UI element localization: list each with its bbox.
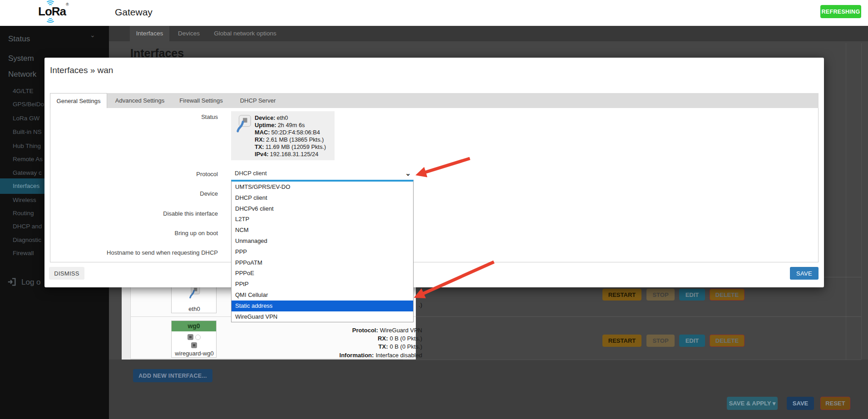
logo-registered-mark: ® (66, 2, 69, 7)
tab-devices[interactable]: Devices (173, 26, 205, 41)
sidebar-section-network[interactable]: Network (8, 70, 36, 79)
sidebar-item-diagnostics[interactable]: Diagnostic (13, 237, 41, 243)
device-field-label: Device (50, 190, 218, 197)
chevron-down-icon: ⌄ (405, 169, 411, 177)
status-line: MAC:50:2D:F4:58:06:B4 (255, 129, 320, 136)
sidebar-item-gateway-config[interactable]: Gateway c (13, 169, 42, 176)
save-button-bottom[interactable]: SAVE (787, 397, 814, 410)
dropdown-option[interactable]: Unmanaged (232, 236, 413, 246)
info-line: TX:0 B (0 Pkts.) (272, 343, 422, 351)
dropdown-option[interactable]: PPP (232, 246, 413, 257)
page-tabbar: Interfaces Devices Global network option… (109, 26, 868, 41)
dropdown-option[interactable]: DHCP client (232, 192, 413, 203)
lora-logo: LoRa® (38, 5, 74, 23)
dropdown-option[interactable]: NCM (232, 225, 413, 236)
stop-button[interactable]: STOP (646, 289, 675, 301)
tab-general-settings[interactable]: General Settings (50, 93, 107, 108)
dropdown-option-selected[interactable]: Static address (232, 301, 413, 311)
device-status-box: Device:eth0 Uptime:2h 49m 6s MAC:50:2D:F… (231, 111, 335, 160)
stop-button[interactable]: STOP (646, 335, 675, 347)
hostname-field-label: Hostname to send when requesting DHCP (50, 249, 218, 256)
delete-button[interactable]: DELETE (710, 335, 745, 347)
tab-global-network-options[interactable]: Global network options (209, 26, 281, 41)
status-line: Device:eth0 (255, 114, 288, 122)
top-header: LoRa® Gateway REFRESHING (0, 0, 868, 26)
dropdown-option[interactable]: WireGuard VPN (232, 311, 413, 322)
dropdown-option[interactable]: PPPoATM (232, 257, 413, 268)
edit-button[interactable]: EDIT (679, 335, 705, 347)
interfaces-wan-dialog: Interfaces » wan General Settings Advanc… (44, 58, 824, 287)
tab-dhcp-server[interactable]: DHCP Server (237, 93, 279, 108)
info-line: RX:0 B (0 Pkts.) (272, 335, 422, 343)
dropdown-option[interactable]: UMTS/GPRS/EV-DO (232, 182, 413, 192)
app-title: Gateway (115, 7, 153, 18)
sidebar-item-gps-beidou[interactable]: GPS/BeiDo (13, 101, 44, 108)
logout-icon (7, 277, 17, 287)
refreshing-button[interactable]: REFRESHING (820, 5, 861, 18)
dropdown-option[interactable]: PPPoE (232, 268, 413, 279)
tab-interfaces[interactable]: Interfaces (130, 26, 169, 41)
restart-button[interactable]: RESTART (602, 335, 641, 347)
dialog-title: Interfaces » wan (50, 65, 113, 75)
info-line: Information:Interface disabled (272, 351, 422, 360)
logo-wave-icon (45, 0, 55, 8)
dismiss-button[interactable]: DISMISS (49, 267, 84, 280)
status-line: Uptime:2h 49m 6s (255, 122, 305, 129)
wg0-status-badge: wg0 (172, 321, 216, 331)
status-line: IPv4:192.168.31.125/24 (255, 151, 318, 158)
status-field-label: Status (50, 113, 218, 120)
dropdown-option[interactable]: L2TP (232, 214, 413, 225)
dropdown-option[interactable]: QMI Cellular (232, 290, 413, 301)
dialog-content-box (50, 108, 819, 262)
sidebar-item-routing[interactable]: Routing (13, 210, 34, 217)
sidebar-section-status[interactable]: Status (8, 35, 30, 44)
table-row-border (824, 277, 861, 277)
sidebar-section-system[interactable]: System (8, 54, 34, 63)
chevron-down-icon: ⌄ (90, 31, 95, 39)
ethernet-port-icon (188, 287, 201, 299)
tunnel-icon (187, 334, 193, 340)
bring-up-field-label: Bring up on boot (50, 230, 218, 237)
add-new-interface-button[interactable]: ADD NEW INTERFACE... (133, 369, 212, 382)
save-apply-label: SAVE & APPLY (729, 400, 771, 407)
logo-text: L (38, 5, 45, 18)
status-line: RX:2.61 MB (13865 Pkts.) (255, 136, 324, 143)
edit-button[interactable]: EDIT (679, 289, 705, 301)
delete-button[interactable]: DELETE (710, 289, 745, 301)
table-border (846, 43, 846, 360)
table-row-border (403, 360, 861, 360)
logo-wave-icon (45, 15, 55, 23)
info-line: Protocol:WireGuard VPN (272, 326, 422, 335)
wg0-interface-cell: wg0 wireguard-wg0 (171, 320, 217, 358)
sidebar-item-built-in-ns[interactable]: Built-in NS (13, 128, 42, 135)
sidebar-item-firewall[interactable]: Firewall (13, 250, 34, 256)
dialog-tabstrip: General Settings Advanced Settings Firew… (50, 93, 819, 108)
dropdown-option[interactable]: DHCPv6 client (232, 203, 413, 214)
sidebar-item-4g-lte[interactable]: 4G/LTE (13, 88, 34, 94)
save-button[interactable]: SAVE (790, 267, 819, 280)
table-row-border (403, 316, 861, 317)
wg0-info-block: Protocol:WireGuard VPN RX:0 B (0 Pkts.) … (272, 326, 422, 360)
ethernet-port-icon (235, 114, 252, 133)
interface-device-name: wireguard-wg0 (172, 350, 217, 357)
sidebar-item-dhcp-dns[interactable]: DHCP and (13, 223, 42, 230)
logout-label: Log o (21, 278, 41, 287)
save-and-apply-button[interactable]: SAVE & APPLY ▾ (727, 397, 778, 410)
sidebar-item-wireless[interactable]: Wireless (13, 197, 36, 203)
sidebar-item-lora-gw[interactable]: LoRa GW (13, 115, 39, 122)
tab-firewall-settings[interactable]: Firewall Settings (177, 93, 225, 108)
status-line: TX:11.69 MB (12059 Pkts.) (255, 143, 326, 151)
sidebar-item-remote-assist[interactable]: Remote As (13, 156, 43, 163)
tunnel-icon (191, 342, 197, 348)
protocol-selected-value: DHCP client (235, 170, 267, 177)
protocol-select[interactable]: DHCP client ⌄ (231, 167, 414, 180)
globe-icon (195, 335, 201, 340)
disable-field-label: Disable this interface (50, 210, 218, 217)
sidebar-item-hub-thing[interactable]: Hub Thing (13, 143, 41, 149)
screen: LoRa® Gateway REFRESHING Status ⌄ System… (0, 0, 868, 419)
protocol-field-label: Protocol (50, 171, 218, 177)
tab-advanced-settings[interactable]: Advanced Settings (113, 93, 167, 108)
restart-button[interactable]: RESTART (602, 289, 641, 301)
reset-button[interactable]: RESET (820, 397, 850, 410)
dropdown-option[interactable]: PPtP (232, 279, 413, 290)
